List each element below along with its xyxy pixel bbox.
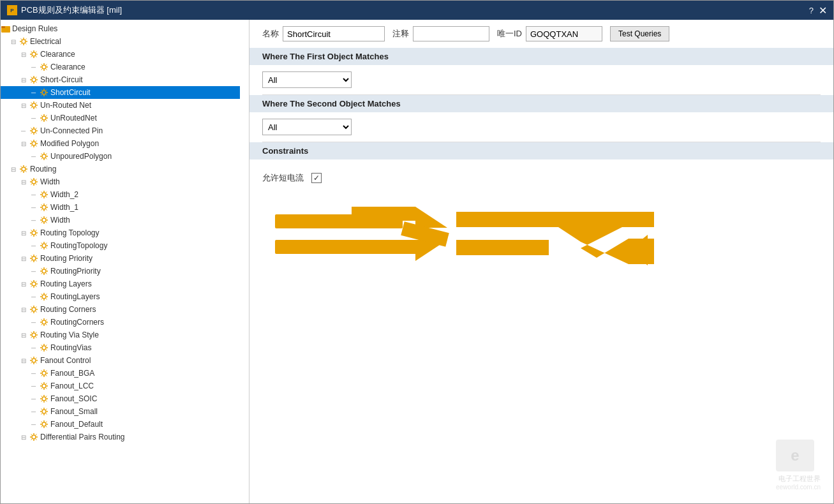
tree-item-clearance-group[interactable]: ⊟ Clearance	[1, 48, 240, 61]
comment-field: 注释	[392, 26, 489, 41]
tree-connector: ─	[31, 268, 39, 275]
tree-label-design-rules: Design Rules	[12, 24, 57, 33]
tree-connector: ⊟	[21, 332, 29, 339]
comment-label: 注释	[392, 28, 409, 40]
comment-input[interactable]	[413, 26, 489, 41]
svg-point-103	[32, 180, 36, 184]
svg-line-190	[46, 299, 47, 300]
tree-item-fanout-lcc-item[interactable]: ─ Fanout_LCC	[1, 380, 240, 392]
svg-line-156	[41, 248, 43, 249]
tree-item-un-connected-pin[interactable]: ─ Un-Connected Pin	[1, 124, 240, 137]
tree-subrule-icon	[39, 292, 49, 302]
name-input[interactable]	[283, 26, 385, 41]
svg-line-66	[41, 120, 43, 121]
tree-item-width1-item[interactable]: ─ Width_1	[1, 201, 240, 214]
svg-point-220	[42, 346, 46, 350]
tree-item-unpoured-polygon-item[interactable]: ─ UnpouredPolygon	[1, 150, 240, 163]
tree-connector: ─	[31, 383, 39, 390]
svg-line-183	[31, 286, 33, 287]
svg-line-29	[46, 64, 47, 66]
tree-item-design-rules[interactable]: Design Rules	[1, 22, 240, 35]
tree-item-routing-via-style-group[interactable]: ⊟ Routing Via Style	[1, 329, 240, 341]
allow-short-circuit-checkbox[interactable]	[311, 173, 322, 183]
svg-line-47	[46, 90, 47, 91]
tree-item-fanout-bga-item[interactable]: ─ Fanout_BGA	[1, 367, 240, 380]
test-queries-button[interactable]: Test Queries	[610, 26, 669, 41]
tree-item-electrical[interactable]: ⊟ Electrical	[1, 35, 240, 48]
tree-label-electrical: Electrical	[30, 37, 61, 46]
tree-item-fanout-control-group[interactable]: ⊟ Fanout Control	[1, 354, 240, 367]
tree-item-short-circuit-group[interactable]: ⊟ Short-Circuit	[1, 73, 240, 86]
tree-label-routinglayers-item: RoutingLayers	[50, 292, 100, 301]
svg-marker-295	[415, 207, 447, 228]
tree-connector: ⊟	[21, 140, 29, 147]
first-object-dropdown[interactable]: All Net Net Class Layer Pad	[262, 71, 352, 88]
tree-connector: ⊟	[21, 281, 29, 288]
tree-item-shortcircuit-item[interactable]: ─ ShortCircuit	[1, 86, 240, 99]
tree-item-unroutednet-item[interactable]: ─ UnRoutedNet	[1, 112, 240, 124]
tree-connector: ⊟	[11, 38, 19, 45]
tree-label-routing-corners-group: Routing Corners	[40, 305, 96, 314]
tree-label-routing: Routing	[30, 165, 56, 174]
svg-line-163	[36, 260, 37, 262]
svg-line-210	[41, 324, 43, 325]
svg-point-67	[32, 129, 36, 133]
uid-label: 唯一ID	[497, 28, 522, 40]
second-object-dropdown[interactable]: All Net Net Class Layer Pad	[262, 119, 352, 135]
constraints-body: 允许短电流	[249, 159, 833, 345]
svg-line-252	[41, 383, 43, 385]
tree-item-un-routed-net-group[interactable]: ⊟ Un-Routed Net	[1, 99, 240, 112]
tree-item-routing-priority-group[interactable]: ⊟ Routing Priority	[1, 252, 240, 265]
tree-label-fanout-small-item: Fanout_Small	[50, 407, 98, 416]
tree-item-width-item[interactable]: ─ Width	[1, 214, 240, 226]
svg-line-226	[46, 350, 47, 351]
tree-item-routingpriority-item[interactable]: ─ RoutingPriority	[1, 265, 240, 278]
tree-subrule-icon	[39, 215, 49, 225]
svg-point-112	[42, 193, 46, 196]
svg-line-280	[46, 426, 47, 427]
tree-item-routing-corners-group[interactable]: ⊟ Routing Corners	[1, 303, 240, 316]
svg-line-145	[36, 235, 37, 236]
tree-item-routingtopology-item[interactable]: ─ RoutingTopology	[1, 239, 240, 252]
tree-item-diff-pairs-routing[interactable]: ⊟ Differential Pairs Routing	[1, 431, 240, 443]
tree-item-routing[interactable]: ⊟ Routing	[1, 163, 240, 175]
tree-connector: ─	[31, 396, 39, 403]
tree-rule-icon	[29, 177, 39, 187]
svg-line-56	[36, 103, 37, 104]
tree-label-routing-topology-group: Routing Topology	[40, 228, 100, 237]
svg-line-281	[46, 422, 47, 423]
svg-line-180	[31, 281, 33, 283]
tree-subrule-icon	[39, 343, 49, 353]
tree-connector: ─	[31, 115, 39, 122]
svg-line-129	[41, 209, 43, 211]
svg-line-102	[21, 171, 22, 172]
tree-item-fanout-soic-item[interactable]: ─ Fanout_SOIC	[1, 392, 240, 405]
help-button[interactable]: ?	[809, 6, 814, 15]
tree-item-routing-layers-group[interactable]: ⊟ Routing Layers	[1, 278, 240, 290]
first-object-content: All Net Net Class Layer Pad	[249, 65, 833, 94]
tree-item-routingcorners-item[interactable]: ─ RoutingCorners	[1, 316, 240, 329]
tree-item-routing-topology-group[interactable]: ⊟ Routing Topology	[1, 226, 240, 239]
tree-item-fanout-default-item[interactable]: ─ Fanout_Default	[1, 418, 240, 431]
uid-input[interactable]	[526, 26, 602, 41]
tree-scroll[interactable]: Design Rules⊟ Electrical⊟ Clearance─	[1, 20, 249, 503]
tree-rule-icon	[29, 432, 39, 442]
tree-connector: ─	[21, 128, 29, 135]
tree-item-routinglayers-item[interactable]: ─ RoutingLayers	[1, 290, 240, 303]
svg-line-174	[41, 273, 43, 274]
tree-subrule-icon	[39, 241, 49, 251]
tree-rule-icon	[29, 253, 39, 263]
svg-point-193	[32, 308, 36, 311]
tree-item-routingvias-item[interactable]: ─ RoutingVias	[1, 341, 240, 354]
svg-rect-302	[456, 240, 549, 255]
tree-item-width-group[interactable]: ⊟ Width	[1, 175, 240, 188]
svg-line-225	[41, 345, 43, 346]
tree-connector: ─	[31, 370, 39, 377]
tree-item-modified-polygon-group[interactable]: ⊟ Modified Polygon	[1, 137, 240, 150]
close-button[interactable]: ✕	[819, 4, 827, 17]
svg-line-136	[46, 222, 47, 223]
tree-item-clearance-item[interactable]: ─ Clearance	[1, 61, 240, 73]
svg-point-22	[42, 65, 46, 69]
tree-item-width2-item[interactable]: ─ Width_2	[1, 188, 240, 201]
tree-item-fanout-small-item[interactable]: ─ Fanout_Small	[1, 405, 240, 418]
